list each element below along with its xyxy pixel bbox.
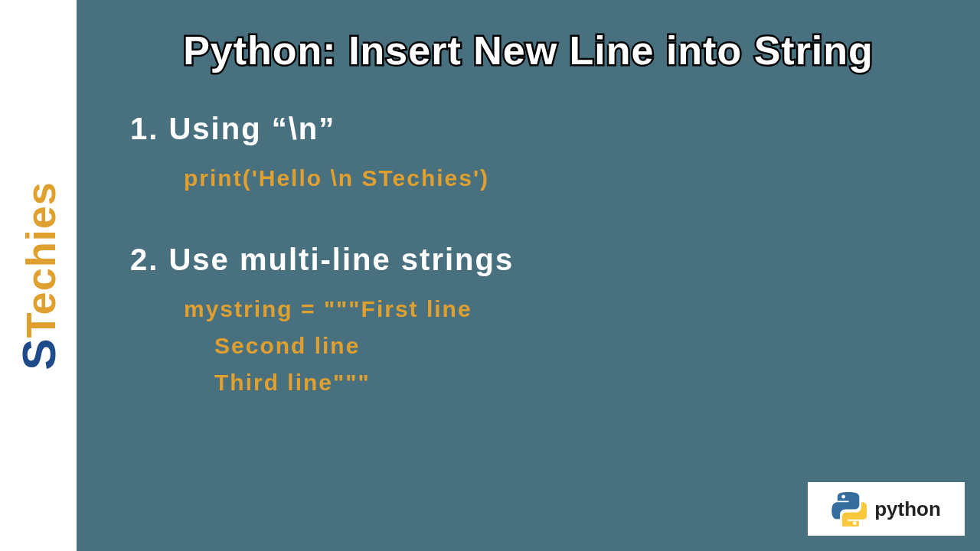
slide-content: Python: Insert New Line into String 1. U… xyxy=(77,0,980,551)
code-line-3: Third line""" xyxy=(214,364,949,401)
section-1-code: print('Hello \n STechies') xyxy=(184,160,949,197)
code-line-2: Second line xyxy=(214,328,949,364)
python-badge-label: python xyxy=(874,497,941,521)
section-1-heading: 1. Using “\n” xyxy=(130,112,949,146)
python-badge: python xyxy=(808,482,965,536)
python-icon xyxy=(831,491,867,527)
logo-s: S xyxy=(12,337,65,370)
section-1: 1. Using “\n” print('Hello \n STechies') xyxy=(130,112,949,197)
section-2-code: mystring = """First line Second line Thi… xyxy=(184,291,949,401)
logo-rest: Techies xyxy=(18,181,64,337)
sidebar: STechies xyxy=(0,0,77,551)
code-line-1: mystring = """First line xyxy=(184,291,949,328)
section-2: 2. Use multi-line strings mystring = """… xyxy=(130,243,949,401)
page-title: Python: Insert New Line into String xyxy=(107,28,949,73)
stechies-logo: STechies xyxy=(11,181,66,370)
section-2-heading: 2. Use multi-line strings xyxy=(130,243,949,277)
